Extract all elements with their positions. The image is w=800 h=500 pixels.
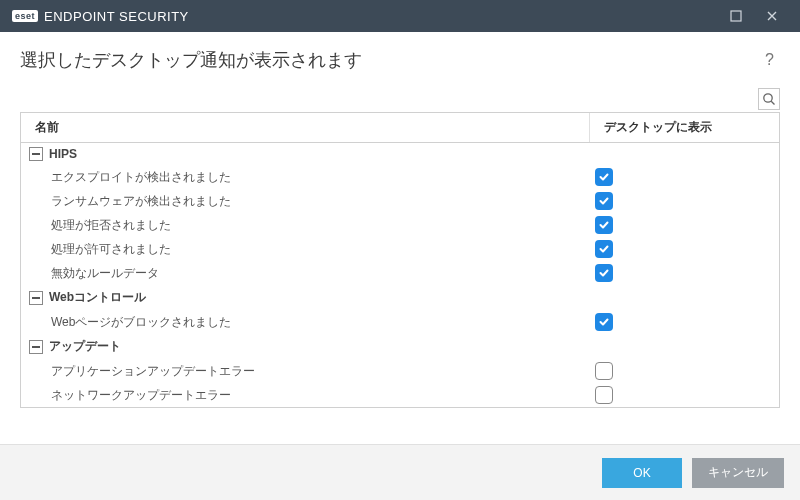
- checkbox-cell: [591, 362, 771, 380]
- check-icon: [598, 243, 610, 255]
- group-row[interactable]: アップデート: [21, 334, 779, 359]
- svg-rect-0: [731, 11, 741, 21]
- table-row: 処理が拒否されました: [21, 213, 779, 237]
- window-minimize-button[interactable]: [718, 0, 754, 32]
- group-label: アップデート: [49, 338, 121, 355]
- minus-icon: [32, 346, 40, 348]
- brand-text: ENDPOINT SECURITY: [44, 9, 189, 24]
- desktop-show-checkbox[interactable]: [595, 168, 613, 186]
- group-row[interactable]: Webコントロール: [21, 285, 779, 310]
- check-icon: [598, 171, 610, 183]
- check-icon: [598, 267, 610, 279]
- group-label: HIPS: [49, 147, 77, 161]
- group-label: Webコントロール: [49, 289, 146, 306]
- table-row: ランサムウェアが検出されました: [21, 189, 779, 213]
- checkbox-cell: [591, 264, 771, 282]
- collapse-button[interactable]: [29, 147, 43, 161]
- desktop-show-checkbox[interactable]: [595, 362, 613, 380]
- table-row: 無効なルールデータ: [21, 261, 779, 285]
- item-name: ネットワークアップデートエラー: [51, 387, 591, 404]
- group-row[interactable]: HIPS: [21, 143, 779, 165]
- desktop-show-checkbox[interactable]: [595, 192, 613, 210]
- table-row: ネットワークアップデートエラー: [21, 383, 779, 407]
- desktop-show-checkbox[interactable]: [595, 240, 613, 258]
- window-titlebar: eset ENDPOINT SECURITY: [0, 0, 800, 32]
- help-button[interactable]: ?: [759, 49, 780, 71]
- desktop-show-checkbox[interactable]: [595, 386, 613, 404]
- search-button[interactable]: [758, 88, 780, 110]
- close-icon: [766, 10, 778, 22]
- checkbox-cell: [591, 192, 771, 210]
- minus-icon: [32, 297, 40, 299]
- table-body[interactable]: HIPSエクスプロイトが検出されましたランサムウェアが検出されました処理が拒否さ…: [21, 143, 779, 407]
- table-row: 処理が許可されました: [21, 237, 779, 261]
- table-header: 名前 デスクトップに表示: [21, 112, 779, 143]
- desktop-show-checkbox[interactable]: [595, 313, 613, 331]
- check-icon: [598, 316, 610, 328]
- item-name: ランサムウェアが検出されました: [51, 193, 591, 210]
- cancel-button[interactable]: キャンセル: [692, 458, 784, 488]
- desktop-show-checkbox[interactable]: [595, 264, 613, 282]
- dialog-footer: OK キャンセル: [0, 444, 800, 500]
- item-name: アプリケーションアップデートエラー: [51, 363, 591, 380]
- collapse-button[interactable]: [29, 340, 43, 354]
- item-name: 処理が拒否されました: [51, 217, 591, 234]
- column-header-name[interactable]: 名前: [21, 113, 589, 142]
- table-row: Webページがブロックされました: [21, 310, 779, 334]
- column-header-desktop[interactable]: デスクトップに表示: [589, 113, 779, 142]
- item-name: 処理が許可されました: [51, 241, 591, 258]
- check-icon: [598, 195, 610, 207]
- window-close-button[interactable]: [754, 0, 790, 32]
- checkbox-cell: [591, 168, 771, 186]
- desktop-show-checkbox[interactable]: [595, 216, 613, 234]
- check-icon: [598, 219, 610, 231]
- collapse-button[interactable]: [29, 291, 43, 305]
- checkbox-cell: [591, 216, 771, 234]
- brand-badge: eset: [12, 10, 38, 22]
- item-name: Webページがブロックされました: [51, 314, 591, 331]
- page-title: 選択したデスクトップ通知が表示されます: [20, 48, 759, 72]
- checkbox-cell: [591, 313, 771, 331]
- notifications-table: 名前 デスクトップに表示 HIPSエクスプロイトが検出されましたランサムウェアが…: [20, 112, 780, 408]
- svg-point-1: [764, 94, 772, 102]
- minus-icon: [32, 153, 40, 155]
- checkbox-cell: [591, 240, 771, 258]
- checkbox-cell: [591, 386, 771, 404]
- search-icon: [762, 92, 776, 106]
- item-name: 無効なルールデータ: [51, 265, 591, 282]
- minimize-icon: [730, 10, 742, 22]
- ok-button[interactable]: OK: [602, 458, 682, 488]
- item-name: エクスプロイトが検出されました: [51, 169, 591, 186]
- table-row: エクスプロイトが検出されました: [21, 165, 779, 189]
- brand: eset ENDPOINT SECURITY: [12, 9, 189, 24]
- table-row: アプリケーションアップデートエラー: [21, 359, 779, 383]
